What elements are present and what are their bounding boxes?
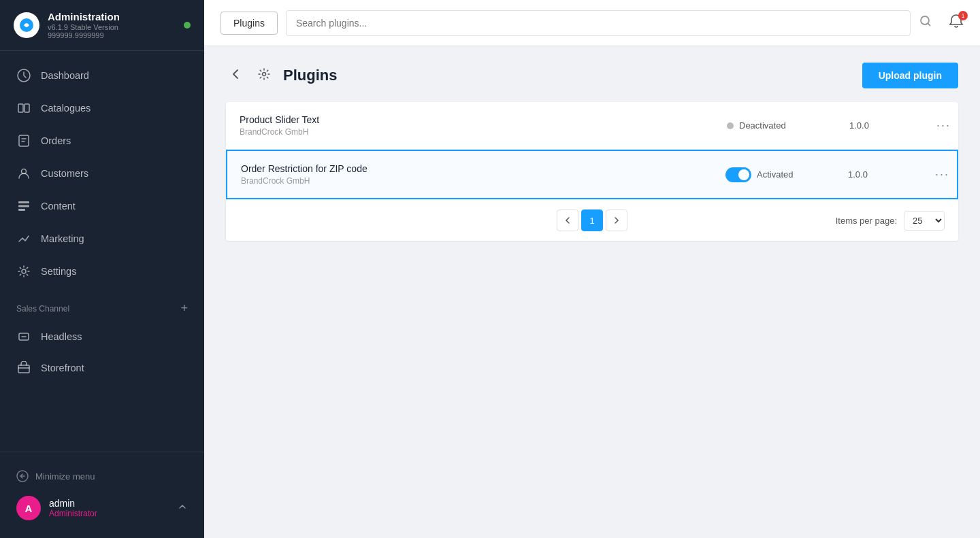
plugin-actions-cell: ··· xyxy=(916,152,957,197)
svg-rect-3 xyxy=(24,104,29,112)
status-label: Deactivated xyxy=(739,120,786,131)
page-header: Plugins Upload plugin xyxy=(226,63,958,88)
plugin-name: Product Slider Text xyxy=(240,114,700,125)
content-icon xyxy=(16,199,31,214)
topbar: Plugins 1 xyxy=(204,0,980,46)
sidebar-item-label: Content xyxy=(41,201,76,212)
plugin-toggle[interactable] xyxy=(725,167,751,182)
page-1-button[interactable]: 1 xyxy=(581,209,603,231)
sidebar-item-dashboard[interactable]: Dashboard xyxy=(0,59,204,92)
sidebar-item-label: Customers xyxy=(41,168,88,179)
sidebar-item-catalogues[interactable]: Catalogues xyxy=(0,92,204,124)
catalogues-icon xyxy=(16,101,31,116)
sidebar-item-orders[interactable]: Orders xyxy=(0,124,204,157)
user-role: Administrator xyxy=(49,509,97,518)
app-version: v6.1.9 Stable Version 999999.9999999 xyxy=(48,23,176,39)
more-options-button[interactable]: ··· xyxy=(931,116,956,135)
sidebar-item-label: Catalogues xyxy=(41,103,91,114)
pagination-row: 1 Items per page: 10 25 50 100 xyxy=(226,199,958,241)
sidebar-footer: Minimize menu A admin Administrator xyxy=(0,452,204,538)
sales-channel-section: Sales Channel + xyxy=(0,288,204,321)
main-content: Plugins 1 Plugins Upload plugin xyxy=(204,0,980,538)
sidebar-item-label: Marketing xyxy=(41,233,84,244)
back-button[interactable] xyxy=(226,65,245,87)
status-label: Activated xyxy=(757,169,793,180)
plugins-table: Product Slider Text BrandCrock GmbH Deac… xyxy=(226,102,958,241)
sidebar-item-label: Settings xyxy=(41,266,76,277)
svg-point-9 xyxy=(22,269,26,273)
sidebar-item-content[interactable]: Content xyxy=(0,190,204,222)
sidebar-item-label: Headless xyxy=(41,331,82,342)
table-row: Order Restriction for ZIP code BrandCroc… xyxy=(226,150,958,199)
sidebar-item-label: Storefront xyxy=(41,363,84,373)
main-nav: Dashboard Catalogues Orders Customers Co… xyxy=(0,51,204,452)
sidebar-title-block: Administration v6.1.9 Stable Version 999… xyxy=(48,11,176,39)
user-profile[interactable]: A admin Administrator xyxy=(14,489,191,527)
user-name: admin xyxy=(49,498,97,509)
notification-badge: 1 xyxy=(958,11,968,20)
svg-rect-6 xyxy=(18,201,29,203)
storefront-icon xyxy=(16,360,31,375)
sidebar-item-label: Dashboard xyxy=(41,70,89,81)
avatar: A xyxy=(16,496,41,520)
svg-rect-7 xyxy=(18,205,29,207)
content-area: Plugins Upload plugin Product Slider Tex… xyxy=(204,46,980,538)
notification-bell[interactable]: 1 xyxy=(949,14,964,32)
settings-icon xyxy=(16,264,31,279)
next-page-button[interactable] xyxy=(606,209,627,231)
svg-rect-4 xyxy=(19,135,29,146)
plugin-vendor: BrandCrock GmbH xyxy=(241,176,698,186)
items-per-page-label: Items per page: xyxy=(836,216,897,226)
dashboard-icon xyxy=(16,68,31,83)
marketing-icon xyxy=(16,231,31,246)
plugin-vendor: BrandCrock GmbH xyxy=(240,127,700,137)
status-indicator xyxy=(727,122,734,129)
pagination-center: 1 xyxy=(557,209,627,231)
toggle-thumb xyxy=(738,169,749,180)
plugin-info-cell: Order Restriction for ZIP code BrandCroc… xyxy=(227,151,712,198)
minimize-label: Minimize menu xyxy=(35,471,95,482)
sidebar-item-customers[interactable]: Customers xyxy=(0,157,204,190)
search-input[interactable] xyxy=(286,10,911,36)
page-header-left: Plugins xyxy=(226,65,337,87)
pagination-right: Items per page: 10 25 50 100 xyxy=(627,211,945,231)
plugin-actions-cell: ··· xyxy=(917,103,958,148)
page-title: Plugins xyxy=(283,67,337,84)
items-per-page-select[interactable]: 10 25 50 100 xyxy=(904,211,945,231)
plugin-status-cell: Activated xyxy=(712,155,834,195)
search-icon[interactable] xyxy=(919,14,932,31)
page-settings-button[interactable] xyxy=(255,65,274,87)
chevron-up-icon xyxy=(177,501,188,515)
plugin-status-cell: Deactivated xyxy=(713,108,836,143)
svg-rect-8 xyxy=(18,209,25,211)
toggle-track[interactable] xyxy=(725,167,751,182)
plugin-version-cell: 1.0.0 xyxy=(834,157,916,192)
sidebar-item-marketing[interactable]: Marketing xyxy=(0,222,204,255)
upload-plugin-button[interactable]: Upload plugin xyxy=(862,63,958,88)
app-logo xyxy=(14,12,39,38)
prev-page-button[interactable] xyxy=(557,209,578,231)
app-title: Administration xyxy=(48,11,176,23)
svg-rect-11 xyxy=(18,365,29,373)
plugin-info-cell: Product Slider Text BrandCrock GmbH xyxy=(226,102,713,149)
add-sales-channel-icon[interactable]: + xyxy=(180,301,188,316)
customers-icon xyxy=(16,166,31,181)
user-info: admin Administrator xyxy=(49,498,97,518)
sidebar-item-settings[interactable]: Settings xyxy=(0,255,204,288)
more-options-button[interactable]: ··· xyxy=(930,165,955,184)
plugin-name: Order Restriction for ZIP code xyxy=(241,163,698,174)
svg-rect-2 xyxy=(18,104,23,112)
minimize-menu-btn[interactable]: Minimize menu xyxy=(14,463,191,489)
sidebar-item-headless[interactable]: Headless xyxy=(0,321,204,352)
orders-icon xyxy=(16,133,31,148)
headless-icon xyxy=(16,329,31,344)
sidebar-item-storefront[interactable]: Storefront xyxy=(0,352,204,384)
sidebar: Administration v6.1.9 Stable Version 999… xyxy=(0,0,204,538)
plugin-version-cell: 1.0.0 xyxy=(836,108,917,143)
svg-point-14 xyxy=(263,72,266,75)
status-dot xyxy=(184,22,191,29)
plugins-tab-btn[interactable]: Plugins xyxy=(220,12,278,35)
sidebar-item-label: Orders xyxy=(41,135,71,146)
sidebar-header: Administration v6.1.9 Stable Version 999… xyxy=(0,0,204,51)
table-row: Product Slider Text BrandCrock GmbH Deac… xyxy=(226,102,958,150)
